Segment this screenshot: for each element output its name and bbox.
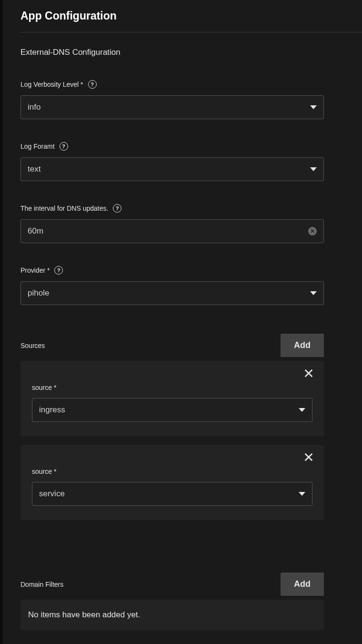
- field-label-row: Provider * ?: [20, 266, 324, 275]
- source-item-label: source *: [32, 468, 312, 475]
- field-provider: Provider * ? pihole: [20, 266, 362, 305]
- interval-input[interactable]: [28, 226, 308, 236]
- log-format-value: text: [28, 164, 310, 174]
- field-log-format: Log Foramt ? text: [20, 142, 362, 181]
- chevron-down-icon: [299, 492, 305, 496]
- chevron-down-icon: [310, 291, 317, 295]
- help-icon[interactable]: ?: [54, 266, 63, 275]
- chevron-down-icon: [310, 167, 317, 171]
- domain-filters-empty-text: No items have been added yet.: [28, 610, 140, 619]
- interval-input-wrapper: ✕: [20, 219, 324, 243]
- remove-source-button[interactable]: [302, 367, 315, 380]
- section-title: External-DNS Configuration: [20, 48, 362, 57]
- field-label-row: The interval for DNS updates. ?: [20, 204, 324, 213]
- field-log-level: Log Verbosity Level * ? info: [20, 80, 362, 119]
- chevron-down-icon: [299, 408, 305, 412]
- field-label-row: Log Verbosity Level * ?: [20, 80, 324, 89]
- log-level-label: Log Verbosity Level *: [20, 81, 83, 88]
- close-icon: ✕: [310, 228, 315, 234]
- remove-source-button[interactable]: [302, 450, 315, 464]
- help-icon[interactable]: ?: [113, 204, 121, 213]
- log-level-value: info: [28, 102, 310, 112]
- source-item-label: source *: [32, 384, 312, 391]
- log-format-label: Log Foramt: [20, 143, 55, 150]
- interval-label: The interval for DNS updates.: [20, 204, 108, 212]
- field-label-row: Log Foramt ?: [20, 142, 324, 151]
- source-card: source * service: [20, 445, 324, 520]
- provider-label: Provider *: [20, 266, 50, 274]
- left-rail: [0, 0, 3, 644]
- add-source-button[interactable]: Add: [281, 334, 324, 357]
- provider-select[interactable]: pihole: [20, 281, 324, 305]
- add-domain-filter-button[interactable]: Add: [281, 572, 324, 596]
- provider-value: pihole: [28, 288, 310, 298]
- chevron-down-icon: [310, 105, 317, 109]
- domain-filters-header-label: Domain Filters: [20, 581, 63, 588]
- page-content: App Configuration External-DNS Configura…: [0, 0, 362, 630]
- log-level-select[interactable]: info: [20, 95, 324, 119]
- source-select[interactable]: ingress: [32, 398, 312, 422]
- source-select[interactable]: service: [32, 482, 312, 506]
- close-icon: [303, 368, 314, 378]
- domain-filters-header-row: Domain Filters Add: [20, 572, 362, 596]
- log-format-select[interactable]: text: [20, 157, 324, 181]
- help-icon[interactable]: ?: [88, 80, 97, 89]
- field-interval: The interval for DNS updates. ? ✕: [20, 204, 362, 243]
- source-value: service: [39, 489, 299, 499]
- sources-header-row: Sources Add: [20, 334, 362, 357]
- close-icon: [303, 452, 314, 462]
- page-title: App Configuration: [20, 10, 362, 32]
- source-card: source * ingress: [20, 361, 324, 436]
- clear-button[interactable]: ✕: [308, 227, 317, 235]
- source-value: ingress: [39, 405, 299, 415]
- domain-filters-empty-card: No items have been added yet.: [20, 600, 324, 630]
- help-icon[interactable]: ?: [60, 142, 68, 151]
- sources-header-label: Sources: [20, 342, 45, 349]
